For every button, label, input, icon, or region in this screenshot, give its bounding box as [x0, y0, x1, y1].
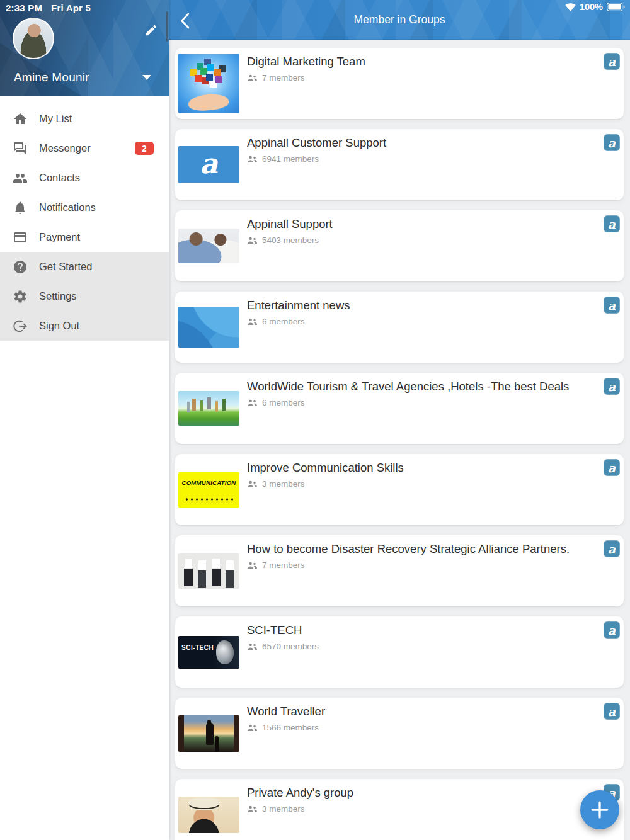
sidebar-item-label: Settings — [39, 290, 77, 302]
appinall-logo-icon: a — [604, 134, 620, 151]
group-card[interactable]: SCI-TECH SCI-TECH 6570 members a — [175, 616, 624, 688]
sidebar-item-label: My List — [39, 113, 72, 125]
group-thumbnail — [178, 307, 239, 348]
main-content: Member in Groups 100% Digital Marketing … — [169, 0, 630, 840]
sidebar-item-settings[interactable]: Settings — [0, 281, 169, 311]
sidebar-item-label: Get Started — [39, 261, 92, 273]
group-members: 3 members — [247, 804, 600, 814]
sidebar-item-payment[interactable]: Payment — [0, 222, 169, 252]
group-card-text: WorldWide Tourism & Travel Agencies ,Hot… — [239, 373, 624, 407]
group-card[interactable]: Private Andy's group 3 members a — [175, 779, 624, 840]
group-members: 1566 members — [247, 723, 600, 732]
sidebar-item-label: Notifications — [39, 201, 96, 213]
battery-percent: 100% — [580, 2, 603, 12]
appinall-logo-icon: a — [604, 540, 620, 557]
avatar[interactable] — [13, 18, 54, 59]
members-count: 6 members — [262, 317, 305, 326]
group-thumbnail — [178, 797, 239, 833]
group-thumbnail: COMMUNICATION — [178, 472, 239, 508]
sidebar-item-my-list[interactable]: My List — [0, 104, 169, 133]
sidebar-item-label: Messenger — [39, 142, 91, 154]
group-card[interactable]: a Appinall Customer Support 6941 members… — [175, 129, 624, 200]
home-icon — [13, 111, 28, 127]
clock-text: 2:33 PM — [6, 3, 42, 13]
group-card[interactable]: Entertainment news 6 members a — [175, 292, 624, 363]
members-count: 7 members — [262, 560, 305, 570]
group-members: 6941 members — [247, 154, 600, 164]
back-chevron-icon — [180, 13, 190, 29]
main-header: Member in Groups 100% — [169, 0, 630, 40]
members-icon — [247, 480, 258, 488]
group-card[interactable]: How to become Disaster Recovery Strategi… — [175, 535, 624, 606]
group-title: WorldWide Tourism & Travel Agencies ,Hot… — [247, 380, 600, 394]
group-thumbnail — [178, 391, 239, 426]
members-count: 7 members — [262, 73, 305, 82]
group-thumbnail: a — [178, 146, 239, 183]
group-members: 7 members — [247, 73, 600, 82]
members-count: 5403 members — [262, 236, 319, 245]
members-icon — [247, 562, 258, 569]
group-card-text: How to become Disaster Recovery Strategi… — [239, 535, 624, 570]
appinall-logo-icon: a — [604, 703, 620, 720]
sidebar-secondary-nav: Get Started Settings Sign Out — [0, 252, 169, 341]
help-icon — [13, 259, 28, 275]
group-card-text: Appinall Support 5403 members — [239, 210, 624, 245]
sidebar-item-messenger[interactable]: Messenger 2 — [0, 133, 169, 163]
thumbnail-text: COMMUNICATION — [178, 472, 239, 508]
group-members: 6 members — [247, 317, 600, 326]
sidebar-item-get-started[interactable]: Get Started — [0, 252, 169, 281]
sidebar-item-sign-out[interactable]: Sign Out — [0, 311, 169, 341]
members-icon — [247, 724, 258, 732]
sidebar: 2:33 PMFri Apr 5 Amine Mounir My List Me… — [0, 0, 169, 840]
group-members: 7 members — [247, 560, 600, 570]
group-thumbnail — [178, 553, 239, 589]
chat-icon — [13, 141, 28, 156]
members-icon — [247, 74, 258, 82]
group-title: SCI-TECH — [247, 623, 600, 637]
status-indicators: 100% — [565, 2, 625, 12]
group-members: 6570 members — [247, 642, 600, 651]
appinall-logo-icon: a — [604, 621, 620, 639]
group-thumbnail — [178, 715, 239, 752]
group-list: Digital Marketing Team 7 members a a App… — [169, 40, 630, 840]
profile-name: Amine Mounir — [14, 71, 89, 84]
members-icon — [247, 156, 258, 163]
sidebar-item-label: Payment — [39, 231, 80, 243]
members-icon — [247, 805, 258, 813]
back-button[interactable] — [175, 11, 194, 31]
group-card[interactable]: Digital Marketing Team 7 members a — [175, 48, 624, 119]
group-card[interactable]: WorldWide Tourism & Travel Agencies ,Hot… — [175, 373, 624, 444]
group-title: Entertainment news — [247, 298, 600, 312]
plus-icon — [590, 800, 609, 819]
wifi-icon — [565, 3, 576, 11]
sidebar-nav: My List Messenger 2 Contacts Notificatio… — [0, 96, 169, 252]
profile-header: 2:33 PMFri Apr 5 Amine Mounir — [0, 0, 169, 96]
group-thumbnail — [178, 229, 239, 263]
group-card-text: SCI-TECH 6570 members — [239, 616, 624, 651]
group-card[interactable]: Appinall Support 5403 members a — [175, 210, 624, 281]
app-screen: 2:33 PMFri Apr 5 Amine Mounir My List Me… — [0, 0, 630, 840]
group-card[interactable]: COMMUNICATION Improve Communication Skil… — [175, 454, 624, 525]
bell-icon — [13, 200, 28, 215]
group-members: 5403 members — [247, 236, 600, 245]
members-count: 3 members — [262, 479, 305, 489]
sidebar-item-contacts[interactable]: Contacts — [0, 163, 169, 193]
group-members: 3 members — [247, 479, 600, 489]
sidebar-item-notifications[interactable]: Notifications — [0, 193, 169, 222]
add-group-fab[interactable] — [580, 790, 619, 829]
group-title: Private Andy's group — [247, 786, 600, 800]
group-title: Appinall Customer Support — [247, 136, 600, 150]
appinall-logo-icon: a — [604, 378, 620, 395]
group-thumbnail — [178, 54, 239, 113]
profile-name-row[interactable]: Amine Mounir — [14, 71, 159, 84]
members-count: 6570 members — [262, 642, 319, 651]
group-card-text: Digital Marketing Team 7 members — [239, 48, 624, 82]
sidebar-scrollbar[interactable] — [166, 11, 168, 42]
members-count: 6941 members — [262, 154, 319, 164]
appinall-logo-icon: a — [604, 215, 620, 232]
group-card[interactable]: World Traveller 1566 members a — [175, 698, 624, 769]
edit-profile-button[interactable] — [142, 21, 160, 39]
thumbnail-text: SCI-TECH — [178, 636, 239, 669]
chevron-down-icon — [142, 75, 151, 80]
contacts-icon — [13, 171, 28, 186]
